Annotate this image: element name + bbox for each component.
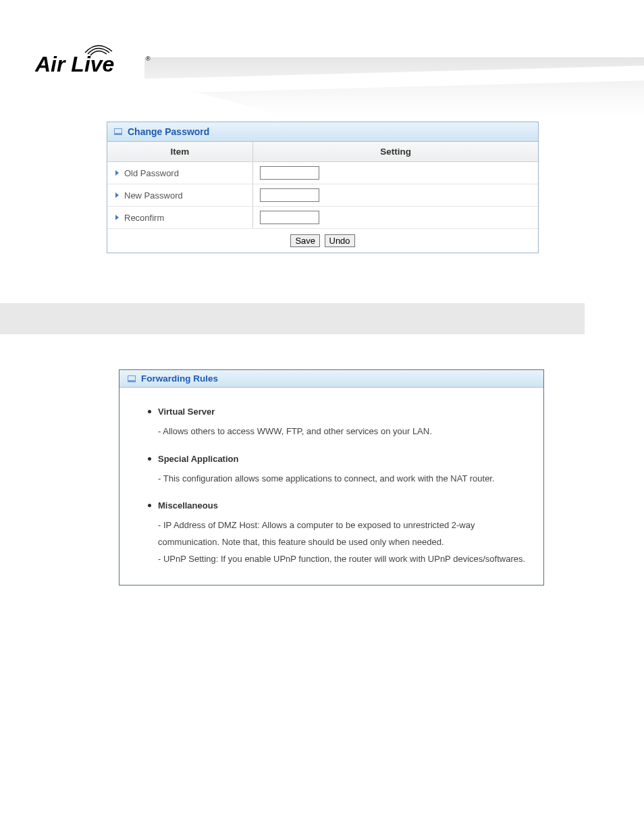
special-application-title: Special Application [158, 454, 238, 464]
virtual-server-title: Virtual Server [158, 407, 215, 417]
new-password-input[interactable] [260, 188, 319, 202]
table-row: New Password [107, 184, 538, 207]
table-header-item: Item [107, 142, 253, 161]
virtual-server-desc: - Allows others to access WWW, FTP, and … [158, 423, 527, 440]
svg-text:®: ® [146, 55, 151, 62]
save-button[interactable]: Save [290, 234, 320, 247]
chevron-right-icon [115, 215, 119, 220]
old-password-label: Old Password [124, 168, 179, 178]
panel-marker-icon [128, 375, 136, 382]
bullet-icon [148, 457, 151, 461]
table-row: Reconfirm [107, 207, 538, 229]
new-password-label: New Password [124, 190, 183, 201]
bullet-icon [148, 504, 151, 507]
miscellaneous-desc: - IP Address of DMZ Host: Allows a compu… [158, 517, 527, 567]
change-password-panel: Change Password Item Setting Old Passwor… [107, 122, 539, 253]
grey-spacer [0, 303, 585, 334]
chevron-right-icon [115, 170, 119, 176]
svg-text:Air Live: Air Live [35, 52, 114, 76]
change-password-table: Item Setting Old Password New Password [107, 142, 538, 253]
forwarding-rules-title: Forwarding Rules [141, 373, 218, 384]
table-header-setting: Setting [253, 142, 538, 161]
page-header: Air Live ® [0, 0, 644, 122]
list-item: Virtual Server - Allows others to access… [148, 407, 527, 440]
forwarding-rules-body: Virtual Server - Allows others to access… [119, 388, 543, 585]
list-item: Miscellaneous - IP Address of DMZ Host: … [148, 500, 527, 567]
miscellaneous-title: Miscellaneous [158, 500, 218, 511]
special-application-desc: - This configuration allows some applica… [158, 471, 527, 488]
brand-logo: Air Live ® [35, 42, 154, 80]
forwarding-rules-header: Forwarding Rules [119, 370, 543, 388]
header-decor-swoosh [144, 57, 644, 118]
chevron-right-icon [115, 192, 119, 198]
reconfirm-input[interactable] [260, 211, 319, 224]
old-password-input[interactable] [260, 166, 319, 180]
panel-marker-icon [114, 128, 122, 135]
button-row: Save Undo [107, 229, 538, 253]
bullet-icon [148, 410, 151, 413]
forwarding-rules-panel: Forwarding Rules Virtual Server - Allows… [119, 369, 544, 585]
table-header-row: Item Setting [107, 142, 538, 162]
list-item: Special Application - This configuration… [148, 454, 527, 488]
change-password-title: Change Password [128, 126, 209, 137]
reconfirm-label: Reconfirm [124, 213, 164, 223]
table-row: Old Password [107, 162, 538, 184]
change-password-header: Change Password [107, 122, 538, 142]
undo-button[interactable]: Undo [325, 234, 355, 247]
